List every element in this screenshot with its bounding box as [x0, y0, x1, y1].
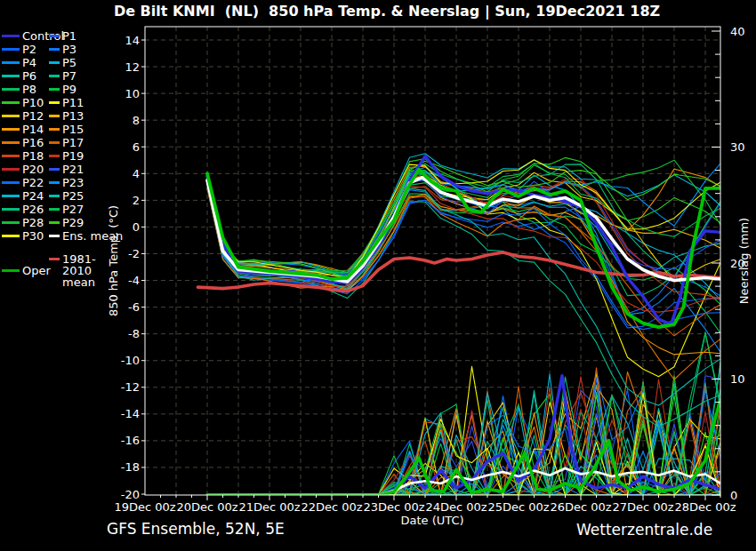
date-tick-label: 24Dec 00z — [425, 500, 487, 514]
ensemble-plot: 14121086420-2-4-6-8-10-12-14-16-18-20010… — [0, 0, 756, 551]
date-tick-label: 25Dec 00z — [487, 500, 549, 514]
date-tick-label: 20Dec 00z — [176, 500, 237, 514]
left-y-axis-title: 850 hPa Temp. (°C) — [107, 205, 120, 316]
temp-tick-label: 10 — [125, 87, 140, 100]
temp-tick-label: 12 — [125, 60, 140, 74]
site-label: Wetterzentrale.de — [576, 521, 712, 539]
temp-tick-label: -18 — [121, 460, 140, 474]
temp-tick-label: -6 — [128, 300, 140, 314]
temp-tick-label: -4 — [128, 274, 140, 287]
x-axis-title: Date (UTC) — [400, 514, 463, 527]
temp-tick-label: -14 — [121, 407, 140, 420]
temp-tick-label: -10 — [121, 354, 140, 367]
temp-tick-label: -16 — [121, 434, 140, 447]
temp-tick-label: -12 — [121, 380, 140, 394]
temp-tick-label: 0 — [133, 220, 140, 234]
temp-tick-label: 2 — [133, 194, 140, 207]
precip-tick-label: 30 — [730, 140, 745, 154]
precip-tick-label: 40 — [730, 25, 745, 38]
temp-tick-label: -8 — [128, 327, 140, 340]
precip-tick-label: 10 — [730, 372, 745, 386]
date-tick-label: 21Dec 00z — [238, 500, 300, 514]
date-tick-label: 28Dec 00z — [674, 500, 736, 514]
temp-tick-label: 14 — [125, 34, 140, 47]
temp-tick-label: 8 — [133, 114, 140, 127]
date-tick-label: 22Dec 00z — [301, 500, 362, 514]
temp-tick-label: 6 — [133, 140, 140, 154]
temp-tick-label: 4 — [133, 167, 140, 180]
model-label: GFS Ensemble, 52N, 5E — [107, 520, 285, 538]
date-tick-label: 26Dec 00z — [550, 500, 611, 514]
temp-tick-label: -20 — [121, 488, 140, 501]
data-lines — [198, 154, 721, 495]
right-y-axis-title: Neerslag (mm) — [737, 218, 751, 304]
temp-tick-label: -2 — [128, 247, 140, 260]
date-tick-label: 27Dec 00z — [612, 500, 673, 514]
date-tick-label: 19Dec 00z — [114, 500, 175, 514]
date-tick-label: 23Dec 00z — [363, 500, 424, 514]
ensemble-forecast-window: De Bilt KNMI (NL) 850 hPa Temp. & Neersl… — [0, 0, 756, 551]
member-temp-line-p10 — [207, 157, 720, 275]
